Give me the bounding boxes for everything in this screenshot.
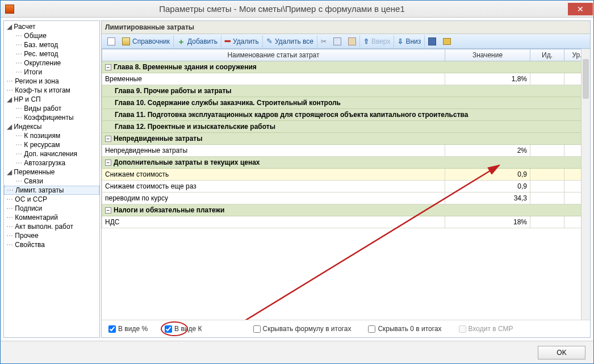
save-button[interactable] [425,35,440,48]
table-row[interactable]: −Непредвиденные затраты [102,133,590,145]
tree-item[interactable]: ⋯ Свойства [4,240,99,249]
tree-item[interactable]: ⋯ Общие [4,31,99,40]
reference-button[interactable]: Справочник [119,35,174,48]
tree-item[interactable]: ⋯ Подписи [4,204,99,213]
table-row[interactable]: −Налоги и обязательные платежи [102,204,590,216]
tree-item[interactable]: ⋯ Лимит. затраты [4,186,99,195]
copy-button[interactable] [330,35,345,48]
reference-label: Справочник [132,37,170,45]
button-bar: OK [1,341,593,363]
delete-label: Удалить [233,37,259,45]
as-coef-checkbox[interactable]: В виде К [165,325,202,333]
table-row[interactable]: Глава 9. Прочие работы и затраты [102,85,590,97]
paste-button[interactable] [345,35,360,48]
hide-formula-checkbox[interactable]: Скрывать формулу в итогах [253,325,352,333]
tree-item[interactable]: ⋯ Акт выполн. работ [4,222,99,231]
tree-item[interactable]: ⋯ Виды работ [4,104,99,113]
hide-zero-checkbox[interactable]: Скрывать 0 в итогах [368,325,441,333]
tree-item[interactable]: ◢ Индексы [4,122,99,131]
costs-table[interactable]: Наименование статьи затрат Значение Ид. … [102,49,590,228]
tree-item[interactable]: ⋯ Итоги [4,68,99,77]
tree-item[interactable]: ⋯ Баз. метод [4,40,99,49]
vertical-scrollbar[interactable] [581,49,590,320]
tree-item[interactable]: ⋯ Комментарий [4,213,99,222]
tree-item[interactable]: ◢ Переменные [4,168,99,177]
up-label: Вверх [371,37,390,45]
col-name[interactable]: Наименование статьи затрат [102,49,445,61]
table-row[interactable]: Глава 12. Проектные и изыскательские раб… [102,121,590,133]
tree-item[interactable]: ◢ НР и СП [4,95,99,104]
tree-item[interactable]: ⋯ Связи [4,177,99,186]
grid-area: Наименование статьи затрат Значение Ид. … [102,49,590,320]
nav-tree[interactable]: ◢ Расчет⋯ Общие⋯ Баз. метод⋯ Рес. метод⋯… [3,20,100,338]
as-percent-checkbox[interactable]: В виде % [108,325,148,333]
hide-zero-label: Скрывать 0 в итогах [378,325,441,333]
as-coef-label: В виде К [174,325,202,333]
tree-item[interactable]: ⋯ Округление [4,58,99,68]
down-label: Вниз [405,37,421,45]
table-row[interactable]: −Дополнительные затраты в текущих ценах [102,157,590,169]
table-row[interactable]: Временные1,8% [102,73,590,85]
tree-item[interactable]: ⋯ Прочее [4,231,99,240]
tree-item[interactable]: ⋯ Регион и зона [4,77,99,86]
up-button[interactable]: ⇧Вверх [360,35,394,48]
table-row[interactable]: НДС18%1 [102,216,590,228]
as-percent-label: В виде % [118,325,148,333]
table-row[interactable]: Глава 10. Содержание службы заказчика. С… [102,97,590,109]
tree-item[interactable]: ◢ Расчет [4,22,99,31]
tree-item[interactable]: ⋯ Доп. начисления [4,149,99,158]
open-button[interactable] [440,35,454,48]
tree-item[interactable]: ⋯ Рес. метод [4,49,99,58]
add-button[interactable]: ＋Добавить [174,35,221,48]
add-label: Добавить [187,37,217,45]
tree-item[interactable]: ⋯ К позициям [4,131,99,140]
delete-all-button[interactable]: ✎Удалить все [263,35,317,48]
table-row[interactable]: −Глава 8. Временные здания и сооружения [102,61,590,73]
new-button[interactable] [104,35,119,48]
cut-button[interactable]: ✂ [317,35,330,48]
tree-item[interactable]: ⋯ Коэффициенты [4,113,99,122]
delete-all-label: Удалить все [275,37,313,45]
app-icon [5,5,14,14]
toolbar: Справочник ＋Добавить ━Удалить ✎Удалить в… [102,34,590,49]
tree-item[interactable]: ⋯ Коэф-ты к итогам [4,86,99,95]
main-panel: Лимитированные затраты Справочник ＋Добав… [101,20,591,338]
table-row[interactable]: переводим по курсу34,33 [102,193,590,204]
down-button[interactable]: ⇩Вниз [394,35,425,48]
window-title: Параметры сметы - Мои сметы\Пример с фор… [19,4,568,14]
panel-title: Лимитированные затраты [102,21,590,34]
table-row[interactable]: Снижаем стоимость еще раз0,92 [102,181,590,193]
col-id[interactable]: Ид. [530,49,564,61]
table-row[interactable]: Снижаем стоимость0,91 [102,169,590,181]
ok-button[interactable]: OK [538,346,585,359]
hide-formula-label: Скрывать формулу в итогах [263,325,352,333]
footer-options: В виде % В виде К Скрывать формулу в ито… [102,320,590,337]
col-value[interactable]: Значение [445,49,530,61]
tree-item[interactable]: ⋯ Автозагрузка [4,158,99,168]
table-row[interactable]: Непредвиденные затраты2% [102,145,590,157]
tree-item[interactable]: ⋯ К ресурсам [4,140,99,149]
table-row[interactable]: Глава 11. Подготовка эксплуатационных ка… [102,109,590,121]
delete-button[interactable]: ━Удалить [221,35,263,48]
in-smr-checkbox: Входит в СМР [459,325,513,333]
tree-item[interactable]: ⋯ ОС и ССР [4,195,99,204]
titlebar: Параметры сметы - Мои сметы\Пример с фор… [1,1,593,18]
close-button[interactable]: ✕ [568,3,593,15]
in-smr-label: Входит в СМР [468,325,513,333]
